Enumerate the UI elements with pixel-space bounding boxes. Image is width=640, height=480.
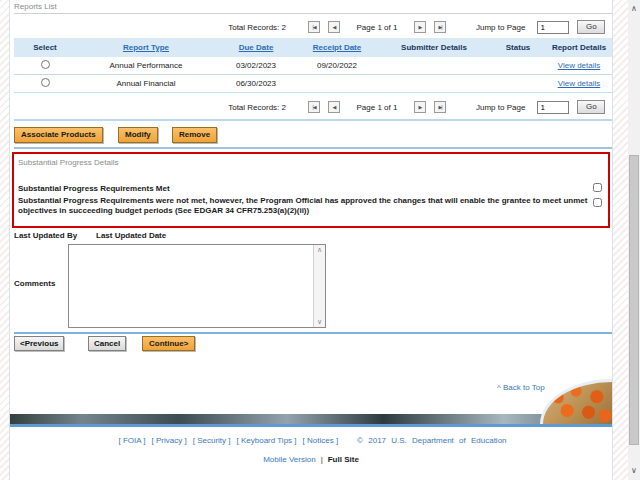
first-page-button[interactable]: |◀ <box>308 101 320 113</box>
right-stripe-decoration <box>612 0 628 480</box>
go-button[interactable]: Go <box>577 100 605 114</box>
substantial-progress-section: Substantial Progress Details Substantial… <box>12 152 610 228</box>
header-report-type-sort[interactable]: Report Type <box>123 43 169 52</box>
previous-page-button[interactable]: ◀ <box>328 101 340 113</box>
classroom-corner-image <box>540 379 612 424</box>
requirements-met-checkbox[interactable] <box>593 183 602 192</box>
footer-link-privacy[interactable]: [ Privacy ] <box>152 436 187 445</box>
scroll-down-icon[interactable]: ∨ <box>628 464 640 478</box>
header-status: Status <box>490 43 546 52</box>
next-page-icon: ▶ <box>419 24 422 30</box>
footer-link-foia[interactable]: [ FOIA ] <box>118 436 145 445</box>
scrollbar-thumb[interactable] <box>629 155 639 445</box>
reports-table: Select Report Type Due Date Receipt Date… <box>14 38 612 93</box>
go-button[interactable]: Go <box>577 20 605 34</box>
requirements-not-met-checkbox[interactable] <box>593 198 602 207</box>
last-updated-by-label: Last Updated By <box>14 231 77 240</box>
comments-label: Comments <box>14 279 55 288</box>
page-title: Reports List <box>14 2 57 11</box>
header-report-details: Report Details <box>546 43 612 52</box>
actions-divider <box>14 147 612 149</box>
left-stripe-decoration <box>0 0 10 480</box>
footer-blue-rule <box>10 424 612 427</box>
receipt-date-cell: 09/20/2022 <box>296 61 378 70</box>
first-page-button[interactable]: |◀ <box>308 21 320 33</box>
substantial-progress-title: Substantial Progress Details <box>18 158 119 167</box>
due-date-cell: 03/02/2023 <box>216 61 296 70</box>
next-page-button[interactable]: ▶ <box>414 21 426 33</box>
header-submitter-details: Submitter Details <box>378 43 490 52</box>
next-page-icon: ▶ <box>419 104 422 110</box>
previous-page-button[interactable]: ◀ <box>328 21 340 33</box>
page-indicator: Page 1 of 1 <box>348 23 406 32</box>
header-due-date-sort[interactable]: Due Date <box>239 43 274 52</box>
total-records-label: Total Records: 2 <box>14 103 286 112</box>
pagination-divider <box>14 119 612 121</box>
table-row: Annual Performance 03/02/2023 09/20/2022… <box>14 57 612 75</box>
total-records-label: Total Records: 2 <box>14 23 286 32</box>
cancel-button[interactable]: Cancel <box>88 336 126 351</box>
full-site-link[interactable]: Full Site <box>328 455 359 464</box>
view-details-link[interactable]: View details <box>558 79 601 88</box>
view-details-link[interactable]: View details <box>558 61 601 70</box>
table-row: Annual Financial 06/30/2023 View details <box>14 75 612 93</box>
jump-to-page-input[interactable] <box>537 101 569 114</box>
select-report-radio[interactable] <box>41 60 50 69</box>
footer-site-row: Mobile Version | Full Site <box>10 455 612 464</box>
jump-to-page-input[interactable] <box>537 21 569 34</box>
jump-to-page-label: Jump to Page <box>476 23 525 32</box>
footer-separator: | <box>321 455 323 464</box>
comments-scroll-down-icon[interactable]: ∨ <box>314 318 325 326</box>
form-divider <box>14 332 612 334</box>
footer-links-row: [ FOIA ] [ Privacy ] [ Security ] [ Keyb… <box>10 436 612 445</box>
modify-button[interactable]: Modify <box>118 127 158 143</box>
footer-link-keyboard-tips[interactable]: [ Keyboard Tips ] <box>237 436 297 445</box>
comments-scroll-up-icon[interactable]: ∧ <box>314 246 325 254</box>
last-page-button[interactable]: ▶| <box>434 21 446 33</box>
page-indicator: Page 1 of 1 <box>348 103 406 112</box>
header-select: Select <box>14 43 76 52</box>
last-updated-date-label: Last Updated Date <box>96 231 166 240</box>
title-divider <box>14 13 612 14</box>
pagination-bottom: Total Records: 2 |◀ ◀ Page 1 of 1 ▶ ▶| J… <box>14 99 612 115</box>
header-receipt-date-sort[interactable]: Receipt Date <box>313 43 361 52</box>
footer-link-security[interactable]: [ Security ] <box>193 436 231 445</box>
footer-banner-bar <box>10 414 612 424</box>
jump-to-page-label: Jump to Page <box>476 103 525 112</box>
reports-page: ∧ ∨ Reports List Total Records: 2 |◀ ◀ P… <box>0 0 640 480</box>
comments-textarea[interactable] <box>69 245 314 327</box>
previous-page-icon: ◀ <box>333 24 336 30</box>
associate-products-button[interactable]: Associate Products <box>14 127 103 143</box>
pagination-top: Total Records: 2 |◀ ◀ Page 1 of 1 ▶ ▶| J… <box>14 19 612 35</box>
copyright-text: © 2017 U.S. Department of Education <box>357 436 506 445</box>
comments-scrollbar[interactable]: ∧ ∨ <box>313 245 325 327</box>
last-page-button[interactable]: ▶| <box>434 101 446 113</box>
footer-link-notices[interactable]: [ Notices ] <box>303 436 339 445</box>
first-page-icon: |◀ <box>312 24 315 30</box>
last-page-icon: ▶| <box>438 104 441 110</box>
report-type-cell: Annual Performance <box>76 61 216 70</box>
classroom-image-texture <box>543 382 612 424</box>
previous-button[interactable]: <Previous <box>14 336 64 351</box>
next-page-button[interactable]: ▶ <box>414 101 426 113</box>
vertical-scrollbar[interactable]: ∧ ∨ <box>628 0 640 480</box>
report-type-cell: Annual Financial <box>76 79 216 88</box>
first-page-icon: |◀ <box>312 104 315 110</box>
requirements-met-label: Substantial Progress Requirements Met <box>18 184 170 193</box>
comments-field-container: ∧ ∨ <box>68 244 326 328</box>
remove-button[interactable]: Remove <box>172 127 217 143</box>
last-page-icon: ▶| <box>438 24 441 30</box>
previous-page-icon: ◀ <box>333 104 336 110</box>
select-report-radio[interactable] <box>41 78 50 87</box>
requirements-not-met-label: Substantial Progress Requirements were n… <box>18 196 590 216</box>
table-header-row: Select Report Type Due Date Receipt Date… <box>14 38 612 57</box>
continue-button[interactable]: Continue> <box>142 336 195 351</box>
back-to-top-link[interactable]: ^ Back to Top <box>497 383 545 392</box>
due-date-cell: 06/30/2023 <box>216 79 296 88</box>
scroll-up-icon[interactable]: ∧ <box>628 2 640 16</box>
mobile-version-link[interactable]: Mobile Version <box>263 455 315 464</box>
